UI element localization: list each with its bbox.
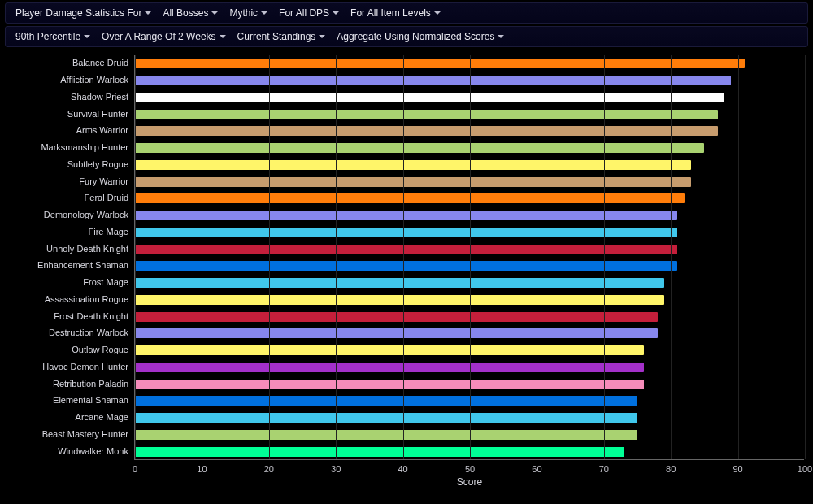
filter-range[interactable]: Over A Range Of 2 Weeks	[102, 31, 226, 42]
filter-label: Aggregate Using Normalized Scores	[337, 31, 494, 42]
dps-rank-chart: Balance DruidAffliction WarlockShadow Pr…	[8, 50, 805, 496]
bar[interactable]	[135, 228, 677, 237]
filter-damage-stats[interactable]: Player Damage Statistics For	[15, 7, 151, 19]
bar-label: Subtlety Rogue	[7, 159, 128, 169]
bar-label: Fury Warrior	[7, 176, 128, 186]
gridline	[269, 55, 270, 459]
filter-standings[interactable]: Current Standings	[237, 31, 326, 42]
chevron-down-icon	[261, 11, 267, 15]
bar[interactable]	[135, 126, 718, 136]
x-tick: 20	[264, 464, 274, 474]
filter-bar-1: Player Damage Statistics For All Bosses …	[5, 2, 808, 24]
bar[interactable]	[135, 430, 637, 440]
bar-label: Outlaw Rogue	[7, 345, 128, 354]
bar[interactable]	[135, 261, 677, 271]
gridline	[805, 55, 806, 459]
gridline	[336, 55, 337, 459]
x-axis-title: Score	[457, 476, 482, 488]
bar[interactable]	[135, 143, 704, 153]
bar[interactable]	[135, 76, 731, 85]
chevron-down-icon	[145, 11, 151, 15]
filter-label: Current Standings	[237, 31, 316, 42]
filter-label: All Bosses	[163, 7, 208, 19]
filter-label: For All DPS	[279, 7, 329, 19]
x-tick: 70	[599, 464, 609, 474]
bar-label: Marksmanship Hunter	[7, 142, 128, 152]
x-tick: 0	[133, 464, 137, 474]
bar[interactable]	[135, 93, 724, 102]
bar[interactable]	[135, 193, 685, 203]
bar-label: Assassination Rogue	[7, 294, 128, 304]
x-tick: 30	[331, 464, 341, 474]
chevron-down-icon	[498, 35, 504, 38]
gridline	[202, 55, 202, 459]
filter-percentile[interactable]: 90th Percentile	[15, 31, 90, 42]
bar[interactable]	[135, 312, 658, 322]
gridline	[470, 55, 471, 459]
filter-label: Player Damage Statistics For	[15, 7, 141, 19]
x-tick: 90	[733, 464, 742, 474]
chevron-down-icon	[319, 35, 325, 38]
bar-label: Frost Death Knight	[7, 311, 128, 321]
chevron-down-icon	[211, 11, 218, 15]
bar[interactable]	[135, 295, 664, 305]
filter-bosses[interactable]: All Bosses	[163, 7, 218, 19]
bar-label: Feral Druid	[7, 193, 128, 202]
plot-area: Balance DruidAffliction WarlockShadow Pr…	[134, 55, 804, 460]
chevron-down-icon	[84, 35, 90, 38]
bar-label: Destruction Warlock	[7, 328, 128, 337]
gridline	[604, 55, 605, 459]
x-tick: 50	[465, 464, 475, 474]
gridline	[403, 55, 404, 459]
bar[interactable]	[135, 345, 644, 355]
chevron-down-icon	[333, 11, 339, 15]
filter-label: Over A Range Of 2 Weeks	[102, 31, 216, 42]
filter-aggregate[interactable]: Aggregate Using Normalized Scores	[337, 31, 504, 42]
bar-label: Retribution Paladin	[7, 379, 128, 389]
bar[interactable]	[135, 160, 691, 170]
filter-role[interactable]: For All DPS	[279, 7, 339, 19]
gridline	[671, 55, 672, 459]
bar-label: Balance Druid	[7, 58, 128, 67]
bar[interactable]	[135, 413, 637, 423]
bar-label: Survival Hunter	[7, 109, 128, 119]
bar[interactable]	[135, 59, 745, 68]
bar[interactable]	[135, 363, 644, 372]
bar[interactable]	[135, 447, 624, 457]
filter-ilvl[interactable]: For All Item Levels	[350, 7, 441, 19]
bar-label: Arcane Mage	[7, 412, 128, 422]
x-tick: 80	[666, 464, 676, 474]
bar-label: Affliction Warlock	[7, 75, 128, 85]
bar-label: Unholy Death Knight	[7, 244, 128, 254]
filter-difficulty[interactable]: Mythic	[229, 7, 267, 19]
bar-label: Fire Mage	[7, 227, 128, 237]
bar-label: Frost Mage	[7, 277, 128, 287]
bar[interactable]	[135, 245, 677, 254]
x-tick: 100	[798, 464, 812, 474]
x-tick: 10	[197, 464, 207, 474]
filter-label: For All Item Levels	[350, 7, 431, 19]
bar-label: Beast Mastery Hunter	[7, 429, 128, 439]
bar[interactable]	[135, 396, 637, 406]
bar-label: Windwalker Monk	[7, 446, 128, 456]
filter-label: Mythic	[229, 7, 258, 19]
bar-label: Enhancement Shaman	[7, 260, 128, 270]
bar[interactable]	[135, 177, 691, 187]
bar[interactable]	[135, 278, 664, 288]
bar-label: Demonology Warlock	[7, 210, 128, 219]
bar-label: Elemental Shaman	[7, 395, 128, 405]
gridline	[537, 55, 537, 459]
gridline	[738, 55, 739, 459]
bar-label: Havoc Demon Hunter	[7, 362, 128, 371]
gridline	[135, 55, 136, 459]
chevron-down-icon	[220, 35, 226, 38]
bar[interactable]	[135, 110, 718, 119]
bar-label: Arms Warrior	[7, 125, 128, 135]
chevron-down-icon	[434, 11, 441, 15]
bar[interactable]	[135, 328, 658, 338]
bar[interactable]	[135, 380, 644, 389]
bar-label: Shadow Priest	[7, 92, 128, 102]
x-tick: 60	[532, 464, 541, 474]
filter-label: 90th Percentile	[15, 31, 80, 42]
bar[interactable]	[135, 211, 677, 220]
